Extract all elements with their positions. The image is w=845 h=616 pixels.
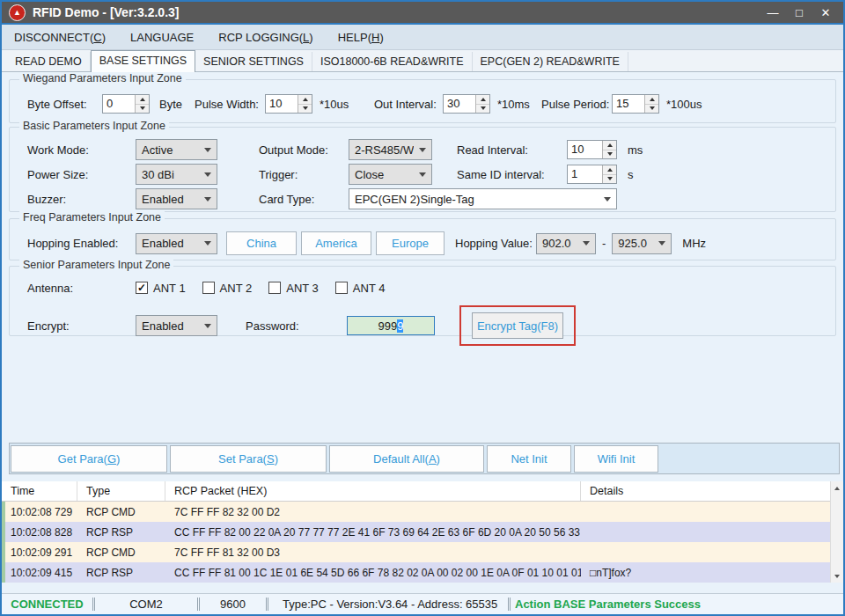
- menu-help[interactable]: HELP(H): [338, 31, 384, 44]
- log-row-1[interactable]: 10:02:08 729 RCP CMD 7C FF FF 82 32 00 D…: [2, 502, 834, 522]
- hopping-from-select[interactable]: 902.0: [536, 233, 596, 254]
- pulse-period-value[interactable]: 15: [613, 95, 644, 113]
- ant2-checkbox[interactable]: ANT 2: [202, 282, 253, 295]
- out-interval-value[interactable]: 30: [444, 95, 475, 113]
- menu-disconnect-hotkey: C: [93, 31, 101, 44]
- output-mode-select[interactable]: 2-RS485/WIF: [349, 139, 432, 160]
- pulse-width-down-icon[interactable]: [298, 104, 312, 114]
- net-init-button[interactable]: Net Init: [487, 445, 571, 473]
- wifi-init-button[interactable]: Wifi Init: [574, 445, 658, 473]
- log-vertical-scrollbar[interactable]: [830, 481, 843, 583]
- encrypt-tag-highlight: Encrypt Tag(F8): [459, 305, 576, 346]
- same-id-down-icon[interactable]: [603, 174, 616, 184]
- menu-language[interactable]: LANGUAGE: [130, 31, 194, 44]
- work-mode-select[interactable]: Active: [136, 139, 217, 160]
- ant3-checkbox[interactable]: ANT 3: [268, 282, 319, 295]
- antenna-label: Antenna:: [27, 282, 136, 295]
- password-input[interactable]: 9999: [347, 316, 435, 335]
- col-details[interactable]: Details: [581, 481, 834, 501]
- read-interval-stepper[interactable]: 10: [567, 140, 617, 159]
- tab-epc-gen2[interactable]: EPC(GEN 2) READ&WRITE: [473, 52, 628, 71]
- freq-group-title: Freq Parameters Input Zone: [19, 211, 165, 224]
- work-mode-label: Work Mode:: [27, 143, 136, 157]
- menu-bar: DISCONNECT(C) LANGUAGE RCP LOGGING(L) HE…: [2, 25, 843, 50]
- set-para-button[interactable]: Set Para(S): [170, 445, 327, 473]
- rcp-log-table: Time Type RCP Packet (HEX) Details 10:02…: [2, 481, 834, 583]
- trigger-select[interactable]: Close: [349, 164, 432, 185]
- ant2-checkmark-icon[interactable]: [202, 282, 215, 294]
- pulse-width-stepper[interactable]: 10: [265, 94, 312, 114]
- log-type: RCP RSP: [77, 526, 165, 539]
- out-interval-down-icon[interactable]: [476, 104, 489, 114]
- ant1-checkmark-icon[interactable]: ✓: [136, 282, 148, 294]
- log-type: RCP CMD: [77, 546, 165, 559]
- app-window: ▲ RFID Demo - [Ver:3.2.0.3] — □ ✕ DISCON…: [0, 0, 845, 616]
- tab-base-settings[interactable]: BASE SETTINGS: [91, 50, 195, 72]
- menu-rcp-logging[interactable]: RCP LOGGING(L): [218, 31, 312, 44]
- col-packet[interactable]: RCP Packet (HEX): [165, 481, 581, 501]
- freq-group: Freq Parameters Input Zone Hopping Enabl…: [9, 218, 836, 260]
- pulse-period-down-icon[interactable]: [645, 104, 658, 114]
- buzzer-select[interactable]: Enabled: [136, 188, 217, 209]
- maximize-icon[interactable]: □: [792, 6, 806, 19]
- byte-offset-value[interactable]: 0: [103, 95, 135, 113]
- read-interval-label: Read Interval:: [457, 143, 567, 157]
- default-all-close: ): [437, 452, 440, 466]
- log-row-2[interactable]: 10:02:08 828 RCP RSP CC FF FF 82 00 22 0…: [2, 522, 834, 542]
- encrypt-select[interactable]: Enabled: [136, 315, 217, 336]
- byte-offset-label: Byte Offset:: [27, 98, 102, 111]
- minimize-icon[interactable]: —: [766, 6, 780, 19]
- log-row-4[interactable]: 10:02:09 415 RCP RSP CC FF FF 81 00 1C 1…: [2, 562, 834, 583]
- get-para-button[interactable]: Get Para(G): [11, 445, 167, 473]
- output-mode-label: Output Mode:: [259, 143, 349, 157]
- col-time[interactable]: Time: [2, 481, 77, 501]
- power-size-select[interactable]: 30 dBi: [136, 164, 217, 185]
- col-type[interactable]: Type: [77, 481, 165, 501]
- ant4-checkbox[interactable]: ANT 4: [335, 282, 386, 295]
- close-icon[interactable]: ✕: [819, 6, 833, 19]
- scroll-up-icon[interactable]: [831, 481, 843, 495]
- pulse-width-value[interactable]: 10: [266, 95, 298, 113]
- log-row-3[interactable]: 10:02:09 291 RCP CMD 7C FF FF 81 32 00 D…: [2, 542, 834, 562]
- pulse-period-stepper[interactable]: 15: [612, 94, 659, 114]
- tab-senior-settings[interactable]: SENIOR SETTINGS: [195, 52, 312, 71]
- same-id-up-icon[interactable]: [603, 165, 616, 174]
- america-button[interactable]: America: [301, 231, 371, 255]
- hopping-to-select[interactable]: 925.0: [612, 233, 672, 254]
- read-interval-value[interactable]: 10: [568, 141, 602, 158]
- tab-iso18000-6b[interactable]: ISO18000-6B READ&WRITE: [312, 52, 473, 71]
- ant3-checkmark-icon[interactable]: [268, 282, 281, 294]
- byte-offset-up-icon[interactable]: [136, 95, 149, 104]
- pulse-period-label: Pulse Period:: [541, 98, 612, 111]
- same-id-interval-value[interactable]: 1: [568, 165, 602, 183]
- scroll-down-icon[interactable]: [831, 569, 843, 583]
- read-interval-down-icon[interactable]: [603, 150, 616, 159]
- chevron-down-icon: [419, 148, 426, 152]
- encrypt-tag-button[interactable]: Encrypt Tag(F8): [472, 312, 563, 339]
- pulse-period-up-icon[interactable]: [645, 95, 658, 104]
- china-button[interactable]: China: [226, 231, 297, 255]
- tab-read-demo[interactable]: READ DEMO: [7, 52, 91, 71]
- log-time: 10:02:08 828: [2, 526, 77, 539]
- byte-offset-down-icon[interactable]: [136, 104, 149, 114]
- log-packet: 7C FF FF 82 32 00 D2: [165, 506, 581, 518]
- chevron-down-icon: [583, 241, 590, 246]
- connection-status: CONNECTED: [2, 594, 92, 614]
- same-id-interval-stepper[interactable]: 1: [567, 165, 617, 184]
- chevron-down-icon: [658, 241, 665, 246]
- europe-button[interactable]: Europe: [376, 231, 445, 255]
- hopping-enabled-select[interactable]: Enabled: [136, 233, 217, 254]
- card-type-select[interactable]: EPC(GEN 2)Single-Tag: [349, 188, 617, 209]
- pulse-width-up-icon[interactable]: [298, 95, 312, 104]
- log-table-header: Time Type RCP Packet (HEX) Details: [2, 481, 834, 502]
- app-logo-icon[interactable]: ▲: [9, 4, 26, 21]
- menu-disconnect[interactable]: DISCONNECT(C): [14, 31, 106, 44]
- ant4-checkmark-icon[interactable]: [335, 282, 348, 294]
- ant1-checkbox[interactable]: ✓ANT 1: [136, 282, 186, 295]
- chevron-down-icon: [204, 172, 211, 177]
- out-interval-stepper[interactable]: 30: [443, 94, 490, 114]
- read-interval-up-icon[interactable]: [603, 141, 616, 150]
- out-interval-up-icon[interactable]: [476, 95, 489, 104]
- byte-offset-stepper[interactable]: 0: [102, 94, 150, 114]
- default-all-button[interactable]: Default All(A): [329, 445, 484, 473]
